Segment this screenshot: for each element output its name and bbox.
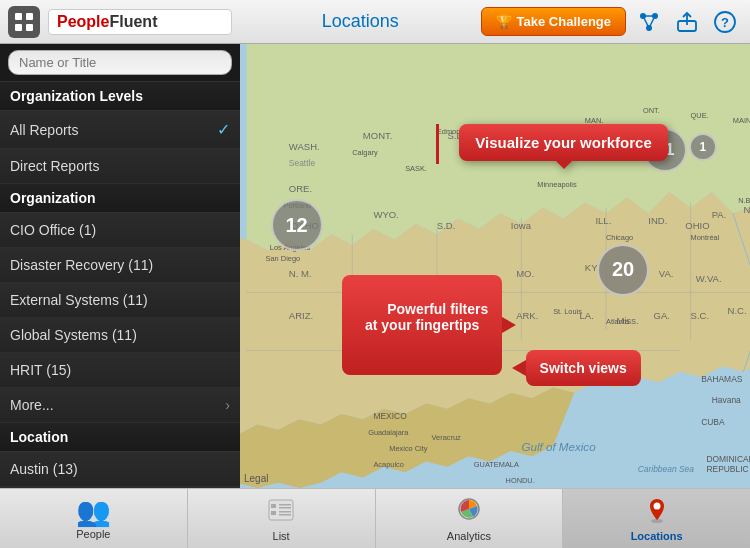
chevron-right-icon: › (225, 397, 230, 413)
svg-text:HONDU.: HONDU. (506, 476, 535, 485)
svg-text:PA.: PA. (712, 209, 727, 220)
svg-text:N.B.: N.B. (738, 196, 750, 205)
trophy-icon: 🏆 (496, 14, 512, 29)
svg-text:St. Louis: St. Louis (553, 307, 582, 316)
svg-text:MEXICO: MEXICO (373, 411, 407, 421)
map-marker-1[interactable]: 1 (689, 133, 717, 161)
locations-icon (643, 496, 671, 528)
take-challenge-button[interactable]: 🏆 Take Challenge (481, 7, 626, 36)
checkmark-icon: ✓ (217, 120, 230, 139)
svg-text:Calgary: Calgary (352, 148, 378, 157)
tab-locations[interactable]: Locations (563, 489, 750, 548)
sidebar-item-austin[interactable]: Austin (13) (0, 452, 240, 487)
svg-line-9 (649, 16, 655, 28)
svg-text:WYO.: WYO. (373, 209, 398, 220)
svg-text:QUE.: QUE. (691, 111, 709, 120)
svg-text:Veracruz: Veracruz (432, 433, 461, 442)
svg-text:Mexico City: Mexico City (389, 444, 427, 453)
sidebar-item-direct-reports[interactable]: Direct Reports (0, 149, 240, 184)
svg-text:N. M.: N. M. (289, 268, 312, 279)
sidebar-item-global-systems[interactable]: Global Systems (11) (0, 318, 240, 353)
svg-text:MONT.: MONT. (363, 130, 393, 141)
svg-text:ONT.: ONT. (643, 106, 660, 115)
legal-text: Legal (244, 473, 268, 484)
tab-analytics[interactable]: Analytics (376, 489, 564, 548)
share-icon-button[interactable] (672, 7, 702, 37)
svg-text:Minneapolis: Minneapolis (537, 180, 577, 189)
svg-text:S.C.: S.C. (691, 310, 709, 321)
svg-rect-86 (279, 504, 291, 506)
svg-rect-87 (279, 507, 291, 509)
svg-text:WASH.: WASH. (289, 141, 320, 152)
header-right: 🏆 Take Challenge ? (481, 7, 750, 37)
tab-locations-label: Locations (631, 530, 683, 542)
tab-people-label: People (76, 528, 110, 540)
svg-text:ARIZ.: ARIZ. (289, 310, 313, 321)
page-title: Locations (322, 11, 399, 32)
svg-point-92 (653, 502, 660, 509)
tab-list[interactable]: List (188, 489, 376, 548)
svg-text:DOMINICAN: DOMINICAN (706, 454, 750, 464)
sidebar-section-location: Location (0, 423, 240, 452)
tab-analytics-label: Analytics (447, 530, 491, 542)
svg-text:Seattle: Seattle (289, 158, 316, 168)
svg-text:Montréal: Montréal (691, 233, 720, 242)
sidebar-item-disaster-recovery[interactable]: Disaster Recovery (11) (0, 248, 240, 283)
sidebar-item-external-systems[interactable]: External Systems (11) (0, 283, 240, 318)
list-icon (267, 496, 295, 528)
sidebar-item-hrit[interactable]: HRIT (15) (0, 353, 240, 388)
filters-callout: Powerful filters at your fingertips (342, 275, 502, 375)
sidebar: Organization Levels All Reports ✓ Direct… (0, 44, 240, 488)
analytics-icon (455, 496, 483, 528)
sidebar-item-cio-office[interactable]: CIO Office (1) (0, 213, 240, 248)
tab-people[interactable]: 👥 People (0, 489, 188, 548)
svg-rect-83 (269, 500, 293, 520)
map-marker-12[interactable]: 12 (271, 199, 323, 251)
map-marker-20[interactable]: 20 (597, 244, 649, 296)
search-bar (0, 44, 240, 82)
tab-bar: 👥 People List Analy (0, 488, 750, 548)
sidebar-item-all-reports[interactable]: All Reports ✓ (0, 111, 240, 149)
svg-rect-84 (271, 504, 276, 508)
header-left: PeopleFluent (0, 6, 240, 38)
svg-rect-2 (15, 24, 22, 31)
svg-text:Acapulco: Acapulco (373, 460, 403, 469)
svg-text:OHIO: OHIO (685, 220, 709, 231)
svg-text:ILL.: ILL. (595, 215, 611, 226)
header-center: Locations (240, 11, 481, 32)
svg-text:San Diego: San Diego (266, 254, 301, 263)
svg-text:N.C.: N.C. (728, 305, 747, 316)
svg-rect-0 (15, 13, 22, 20)
svg-rect-3 (26, 24, 33, 31)
search-input[interactable] (8, 50, 232, 75)
logo[interactable]: PeopleFluent (48, 9, 232, 35)
svg-text:Atlanta: Atlanta (606, 317, 630, 326)
svg-text:VA.: VA. (659, 268, 674, 279)
map-area: Gulf of Mexico WASH. Seattle MONT. S.D. … (240, 44, 750, 488)
svg-text:IND.: IND. (648, 215, 667, 226)
sidebar-section-org-levels: Organization Levels (0, 82, 240, 111)
svg-text:N.Y.: N.Y. (743, 204, 750, 215)
svg-text:Iowa: Iowa (511, 220, 532, 231)
tab-list-label: List (273, 530, 290, 542)
svg-text:REPUBLIC: REPUBLIC (706, 464, 748, 474)
connect-icon-button[interactable] (634, 7, 664, 37)
svg-text:SASK.: SASK. (405, 164, 427, 173)
svg-text:Havana: Havana (712, 395, 741, 405)
sidebar-item-more[interactable]: More... › (0, 388, 240, 423)
people-icon: 👥 (76, 498, 111, 526)
logo-text: PeopleFluent (57, 13, 157, 31)
svg-text:MO.: MO. (516, 268, 534, 279)
svg-rect-89 (279, 514, 291, 516)
svg-text:Guadalajara: Guadalajara (368, 428, 409, 437)
main-content: Organization Levels All Reports ✓ Direct… (0, 44, 750, 488)
svg-line-8 (643, 16, 649, 28)
help-icon-button[interactable]: ? (710, 7, 740, 37)
grid-icon[interactable] (8, 6, 40, 38)
marker-value: 12 (285, 214, 307, 237)
svg-text:CUBA: CUBA (701, 417, 725, 427)
svg-text:GA.: GA. (654, 310, 670, 321)
svg-text:ARK.: ARK. (516, 310, 538, 321)
marker-value: 20 (612, 258, 634, 281)
svg-text:Caribbean Sea: Caribbean Sea (638, 464, 695, 474)
